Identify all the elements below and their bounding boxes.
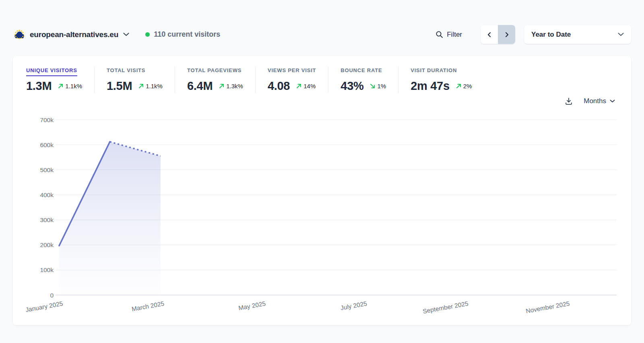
svg-text:300k: 300k — [40, 216, 54, 223]
site-favicon-eu-cloud-icon — [13, 29, 25, 41]
download-icon — [564, 97, 573, 106]
stat-value: 4.08 — [268, 79, 290, 93]
arrow-up-right-icon — [456, 83, 461, 89]
stat-label: BOUNCE RATE — [341, 67, 382, 76]
stat-change: 1.3k% — [219, 83, 243, 89]
stat-metric-tab[interactable]: BOUNCE RATE 43% 1% — [328, 67, 398, 93]
svg-text:600k: 600k — [40, 141, 54, 148]
svg-text:200k: 200k — [40, 241, 54, 248]
chart-area-fill — [59, 142, 161, 295]
chart-area: 0100k200k300k400k500k600k700kJanuary 202… — [23, 112, 621, 324]
search-icon — [436, 31, 443, 38]
svg-text:400k: 400k — [40, 191, 54, 198]
arrow-up-right-icon — [219, 83, 224, 89]
stat-label: UNIQUE VISITORS — [26, 67, 77, 76]
svg-text:July 2025: July 2025 — [340, 300, 367, 311]
stat-change-value: 1.1k% — [146, 83, 163, 89]
arrow-down-right-icon — [370, 83, 375, 89]
stat-value: 6.4M — [187, 79, 213, 93]
chevron-down-icon — [123, 33, 129, 36]
stat-change: 1.1k% — [138, 83, 163, 89]
stat-change-value: 1.1k% — [65, 83, 82, 89]
date-range-selector[interactable]: Year to Date — [524, 25, 631, 44]
chevron-right-icon — [504, 31, 510, 38]
svg-text:100k: 100k — [40, 266, 54, 273]
stat-change: 2% — [456, 83, 472, 89]
stat-change: 1% — [370, 83, 386, 89]
export-button[interactable] — [564, 97, 573, 106]
stat-metric-tab[interactable]: TOTAL PAGEVIEWS 6.4M 1.3k% — [175, 67, 255, 93]
stat-value: 43% — [341, 79, 363, 93]
prev-period-button[interactable] — [481, 25, 498, 44]
stat-label: TOTAL PAGEVIEWS — [187, 67, 242, 76]
chart-series — [59, 142, 161, 295]
stat-value: 1.3M — [26, 79, 52, 93]
filter-label: Filter — [447, 31, 462, 39]
stat-label: VIEWS PER VISIT — [268, 67, 316, 76]
stat-change-value: 1.3k% — [226, 83, 243, 89]
arrow-up-right-icon — [58, 83, 63, 89]
filter-button[interactable]: Filter — [436, 31, 462, 39]
svg-text:March 2025: March 2025 — [131, 300, 165, 312]
stat-label: VISIT DURATION — [411, 67, 457, 76]
stat-change: 14% — [296, 83, 316, 89]
visitors-chart[interactable]: 0100k200k300k400k500k600k700kJanuary 202… — [23, 112, 621, 324]
stat-value: 1.5M — [107, 79, 132, 93]
current-visitors[interactable]: 110 current visitors — [145, 30, 220, 39]
date-range-value: Year to Date — [531, 31, 571, 39]
svg-text:January 2025: January 2025 — [25, 300, 63, 313]
stat-metric-tab[interactable]: TOTAL VISITS 1.5M 1.1k% — [94, 67, 175, 93]
stats-row: UNIQUE VISITORS 1.3M 1.1k% TOTAL VISITS … — [13, 56, 631, 93]
interval-value: Months — [584, 97, 606, 105]
stat-metric-tab[interactable]: VISIT DURATION 2m 47s 2% — [398, 67, 484, 93]
svg-text:0: 0 — [50, 292, 54, 299]
stat-change-value: 2% — [463, 83, 472, 89]
chevron-down-icon — [618, 33, 624, 36]
live-indicator-dot — [145, 32, 150, 37]
svg-text:500k: 500k — [40, 166, 54, 173]
stat-metric-tab[interactable]: UNIQUE VISITORS 1.3M 1.1k% — [23, 67, 94, 93]
chevron-down-icon — [610, 100, 615, 103]
topbar: european-alternatives.eu 110 current vis… — [13, 0, 631, 44]
interval-selector[interactable]: Months — [584, 97, 615, 105]
next-period-button[interactable] — [498, 25, 515, 44]
stat-change: 1.1k% — [58, 83, 82, 89]
svg-text:September 2025: September 2025 — [422, 300, 469, 315]
svg-text:May 2025: May 2025 — [238, 300, 266, 312]
stat-value: 2m 47s — [411, 79, 450, 93]
svg-text:November 2025: November 2025 — [525, 300, 570, 314]
stat-metric-tab[interactable]: VIEWS PER VISIT 4.08 14% — [255, 67, 328, 93]
site-switcher[interactable]: european-alternatives.eu — [13, 29, 129, 41]
arrow-up-right-icon — [138, 83, 144, 89]
arrow-up-right-icon — [296, 83, 301, 89]
stat-change-value: 14% — [303, 83, 316, 89]
stat-change-value: 1% — [377, 83, 386, 89]
dashboard-card: UNIQUE VISITORS 1.3M 1.1k% TOTAL VISITS … — [13, 56, 631, 325]
date-pager — [481, 25, 515, 44]
chevron-left-icon — [486, 31, 493, 38]
current-visitors-label: 110 current visitors — [154, 30, 220, 39]
svg-text:700k: 700k — [40, 116, 54, 123]
chart-toolbar: Months — [564, 97, 615, 106]
stat-label: TOTAL VISITS — [107, 67, 145, 76]
site-name: european-alternatives.eu — [30, 30, 118, 39]
